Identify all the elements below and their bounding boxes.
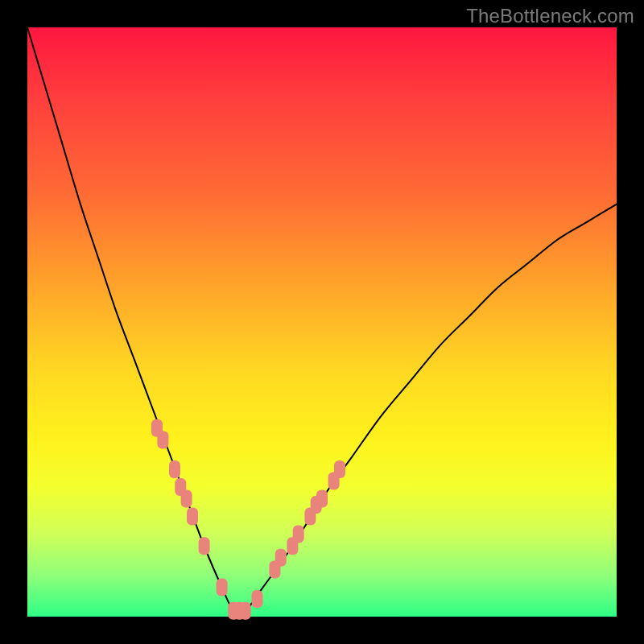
curve-marker [240, 602, 251, 620]
curve-marker [169, 460, 180, 478]
curve-marker [293, 526, 304, 543]
curve-marker [181, 490, 192, 508]
outer-frame: TheBottleneck.com [0, 0, 644, 644]
curve-marker [199, 537, 210, 555]
curve-marker [334, 460, 345, 478]
bottleneck-curve [27, 27, 617, 613]
curve-markers [151, 419, 345, 620]
curve-marker [157, 431, 168, 448]
plot-area [27, 27, 617, 617]
curve-marker [187, 508, 198, 526]
curve-marker [275, 549, 287, 567]
curve-marker [252, 590, 263, 608]
watermark-text: TheBottleneck.com [466, 5, 634, 27]
chart-svg [27, 27, 617, 617]
curve-marker [217, 578, 228, 596]
curve-marker [316, 490, 328, 508]
